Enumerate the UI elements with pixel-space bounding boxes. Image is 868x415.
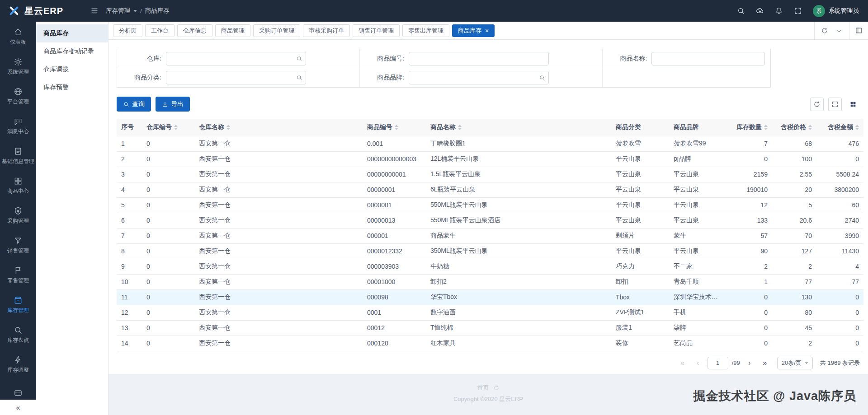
cell-tax-amount: 11430 — [816, 243, 863, 259]
table-row[interactable]: 140西安第一仓000120红木家具装修艺尚品020 — [117, 336, 863, 351]
table-row[interactable]: 90西安第一仓000003903牛奶糖巧克力不二家224 — [117, 259, 863, 274]
sidebar-item-stock-taking[interactable]: 库存盘点 — [0, 320, 36, 350]
watermark: 掘金技术社区 @ Java陈序员 — [693, 388, 856, 404]
layout-icon — [855, 27, 863, 34]
sort-icons[interactable] — [395, 125, 398, 130]
tabs-refresh-icon[interactable] — [821, 27, 828, 34]
submenu-item-stock-change-log[interactable]: 商品库存变动记录 — [36, 42, 108, 61]
sort-icons[interactable] — [764, 125, 768, 130]
sidebar-item-stock-adjust[interactable]: 库存调整 — [0, 350, 36, 379]
table-row[interactable]: 70西安第一仓000001商品蒙牛剃须片蒙牛57703990 — [117, 228, 863, 243]
submenu-item-warehouse-transfer[interactable]: 仓库调拨 — [36, 61, 108, 79]
sidebar-item-message-center[interactable]: 消息中心 — [0, 111, 36, 141]
avatar[interactable]: 系 — [813, 5, 825, 17]
last-page-button[interactable]: » — [759, 357, 771, 369]
home-icon — [14, 28, 23, 37]
page-size-select[interactable]: 20条/页 — [777, 357, 813, 369]
table-row[interactable]: 60西安第一仓00000013550ML瓶装平云山泉酒店平云山泉平云山泉1332… — [117, 213, 863, 228]
search-icon[interactable] — [539, 75, 545, 81]
cell-product-name: 1.5L瓶装平云山泉 — [426, 167, 611, 182]
sidebar-item-dashboard[interactable]: 仪表板 — [0, 22, 36, 51]
layout-toggle-button[interactable] — [849, 22, 868, 39]
tab-warehouse-info[interactable]: 仓库信息 — [177, 24, 212, 37]
tab-label: 审核采购订单 — [309, 27, 344, 35]
tab-workbench[interactable]: 工作台 — [145, 24, 175, 37]
table-row[interactable]: 30西安第一仓000000000011.5L瓶装平云山泉平云山泉平云山泉2159… — [117, 167, 863, 182]
sidebar-item-product-center[interactable]: 商品中心 — [0, 171, 36, 201]
user-name[interactable]: 系统管理员 — [829, 7, 859, 15]
tab-analysis[interactable]: 分析页 — [113, 24, 142, 37]
table-expand-button[interactable] — [828, 98, 842, 111]
table-row[interactable]: 10西安第一仓0.001丁晴橡胶圈1菠萝吹雪菠萝吹雪99768476 — [117, 136, 863, 151]
breadcrumb-level1[interactable]: 库存管理 — [106, 7, 130, 15]
search-icon[interactable] — [737, 7, 745, 15]
cell-product-code: 0000012332 — [363, 243, 426, 259]
cloud-download-icon[interactable] — [756, 7, 764, 15]
refresh-icon[interactable] — [493, 385, 500, 391]
sidebar-item-purchase-management[interactable]: 采购管理 — [0, 201, 36, 230]
sidebar-item-sales-management[interactable]: 销售管理 — [0, 230, 36, 260]
cell-warehouse-name: 西安第一仓 — [194, 228, 363, 243]
tabs-chevron-down-icon[interactable] — [835, 27, 843, 34]
tab-product-management[interactable]: 商品管理 — [215, 24, 250, 37]
table-row[interactable]: 80西安第一仓0000012332350ML瓶装平云山泉平云山泉平云山泉9012… — [117, 243, 863, 259]
sidebar-item-base-info-management[interactable]: 基础信息管理 — [0, 141, 36, 171]
tab-retail-outbound-management[interactable]: 零售出库管理 — [402, 24, 449, 37]
column-stock-qty[interactable]: 库存数量 — [722, 119, 772, 136]
tab-purchase-order-audit[interactable]: 审核采购订单 — [303, 24, 350, 37]
cell-warehouse-code: 0 — [142, 259, 194, 274]
table-row[interactable]: 130西安第一仓00012T恤纯棉服装1柒牌0450 — [117, 320, 863, 336]
column-product-name[interactable]: 商品名称 — [426, 119, 611, 136]
tab-label: 工作台 — [151, 27, 169, 35]
product-code-input[interactable] — [409, 52, 549, 65]
submenu-item-stock-warning[interactable]: 库存预警 — [36, 79, 108, 97]
table-columns-button[interactable] — [846, 98, 860, 111]
tab-purchase-order-management[interactable]: 采购订单管理 — [253, 24, 300, 37]
cell-product-category: 剃须片 — [611, 228, 669, 243]
sidebar-item-platform-management[interactable]: 平台管理 — [0, 81, 36, 111]
table-row[interactable]: 20西安第一仓0000000000000312L桶装平云山泉平云山泉pj品牌01… — [117, 151, 863, 167]
close-icon[interactable]: × — [485, 28, 489, 34]
sidebar-item-inventory-management[interactable]: 库存管理 — [0, 290, 36, 320]
sort-icons[interactable] — [174, 125, 178, 130]
table-row[interactable]: 110西安第一仓000098华宝TboxTbox深圳华宝技术有...01300 — [117, 289, 863, 305]
warehouse-input[interactable] — [166, 52, 306, 65]
page-input[interactable] — [708, 357, 728, 369]
footer-home-link[interactable]: 首页 — [477, 384, 489, 392]
sort-icons[interactable] — [855, 125, 859, 130]
product-category-input[interactable] — [166, 71, 306, 84]
sort-icons[interactable] — [226, 125, 230, 130]
submenu-item-product-stock[interactable]: 商品库存 — [36, 24, 108, 42]
tab-product-stock[interactable]: 商品库存× — [452, 24, 495, 37]
column-warehouse-name[interactable]: 仓库名称 — [194, 119, 363, 136]
next-page-button[interactable]: › — [744, 357, 755, 369]
fullscreen-icon[interactable] — [794, 7, 802, 15]
table-refresh-button[interactable] — [810, 98, 824, 111]
search-icon[interactable] — [296, 75, 302, 81]
table-row[interactable]: 50西安第一仓0000001550ML瓶装平云山泉平云山泉平云山泉12560 — [117, 197, 863, 213]
search-icon[interactable] — [296, 56, 302, 62]
sort-icons[interactable] — [808, 125, 812, 130]
table-body: 10西安第一仓0.001丁晴橡胶圈1菠萝吹雪菠萝吹雪9976847620西安第一… — [117, 136, 863, 351]
table-row[interactable]: 120西安第一仓0001数字油画ZVP测试1手机0800 — [117, 305, 863, 320]
logo[interactable]: 星云ERP — [0, 5, 90, 17]
column-product-code[interactable]: 商品编号 — [363, 119, 426, 136]
query-button[interactable]: 查询 — [117, 97, 151, 112]
product-name-input[interactable] — [651, 52, 764, 65]
sidebar-item-retail-management[interactable]: 零售管理 — [0, 260, 36, 290]
tab-sales-order-management[interactable]: 销售订单管理 — [353, 24, 400, 37]
column-tax-price[interactable]: 含税价格 — [772, 119, 816, 136]
menu-toggle-icon[interactable] — [90, 7, 99, 15]
sort-icons[interactable] — [458, 125, 462, 130]
table-row[interactable]: 40西安第一仓000000016L瓶装平云山泉平云山泉平云山泉190010203… — [117, 182, 863, 197]
column-warehouse-code[interactable]: 仓库编号 — [142, 119, 194, 136]
product-brand-input[interactable] — [409, 71, 549, 84]
table-row[interactable]: 100西安第一仓00001000卸扣2卸扣青岛千顺17777 — [117, 274, 863, 289]
column-tax-amount[interactable]: 含税金额 — [816, 119, 863, 136]
sidebar-item-system-management[interactable]: 系统管理 — [0, 51, 36, 81]
bell-icon[interactable] — [775, 7, 783, 15]
export-button[interactable]: 导出 — [156, 97, 190, 112]
first-page-button[interactable]: « — [677, 357, 689, 369]
prev-page-button[interactable]: ‹ — [692, 357, 704, 369]
sidebar-collapse-button[interactable]: « — [0, 400, 36, 415]
